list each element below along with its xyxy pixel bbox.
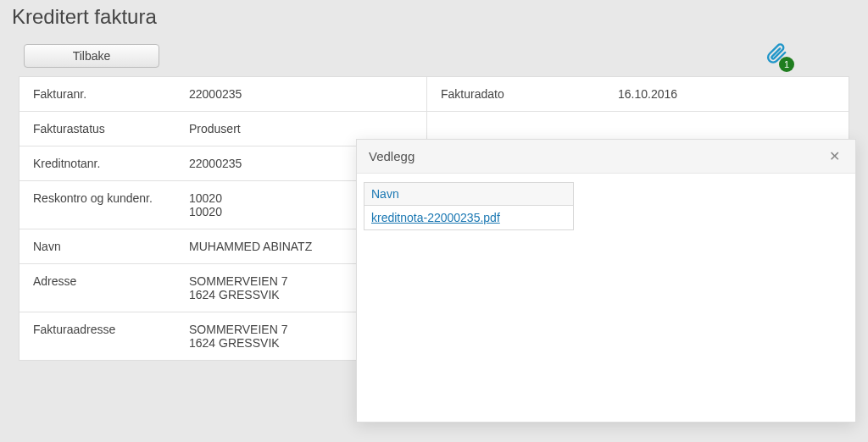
label-address: Adresse (19, 264, 189, 312)
attachments-table: Navn kreditnota-22000235.pdf (364, 182, 574, 230)
attachment-count-badge: 1 (779, 57, 794, 72)
label-invoice-number: Fakturanr. (19, 77, 189, 111)
toolbar: Tilbake 1 (0, 29, 868, 76)
attachments-modal: Vedlegg ✕ Navn kreditnota-22000235.pdf (356, 139, 856, 423)
modal-body: Navn kreditnota-22000235.pdf (357, 174, 855, 239)
modal-header: Vedlegg ✕ (357, 140, 855, 174)
table-row: Fakturanr. 22000235 Fakturadato 16.10.20… (19, 77, 849, 112)
label-invoice-status: Fakturastatus (19, 112, 189, 146)
label-invoice-address: Fakturaadresse (19, 312, 189, 360)
attachment-link[interactable]: kreditnota-22000235.pdf (371, 211, 500, 224)
back-button[interactable]: Tilbake (24, 44, 159, 68)
label-creditnote-number: Kreditnotanr. (19, 146, 189, 180)
modal-title: Vedlegg (369, 149, 415, 163)
label-name: Navn (19, 229, 189, 263)
label-invoice-date: Fakturadato (426, 77, 604, 111)
attachments-button[interactable]: 1 (765, 42, 787, 68)
page-title: Kreditert faktura (0, 0, 868, 29)
paperclip-icon: 1 (765, 52, 787, 67)
label-ledger-customer: Reskontro og kundenr. (19, 181, 189, 229)
close-icon: ✕ (829, 149, 840, 163)
table-row: kreditnota-22000235.pdf (364, 206, 574, 230)
value-invoice-number: 22000235 (189, 77, 426, 111)
value-invoice-date: 16.10.2016 (604, 77, 849, 111)
close-button[interactable]: ✕ (826, 148, 843, 164)
column-header-name[interactable]: Navn (364, 183, 574, 206)
